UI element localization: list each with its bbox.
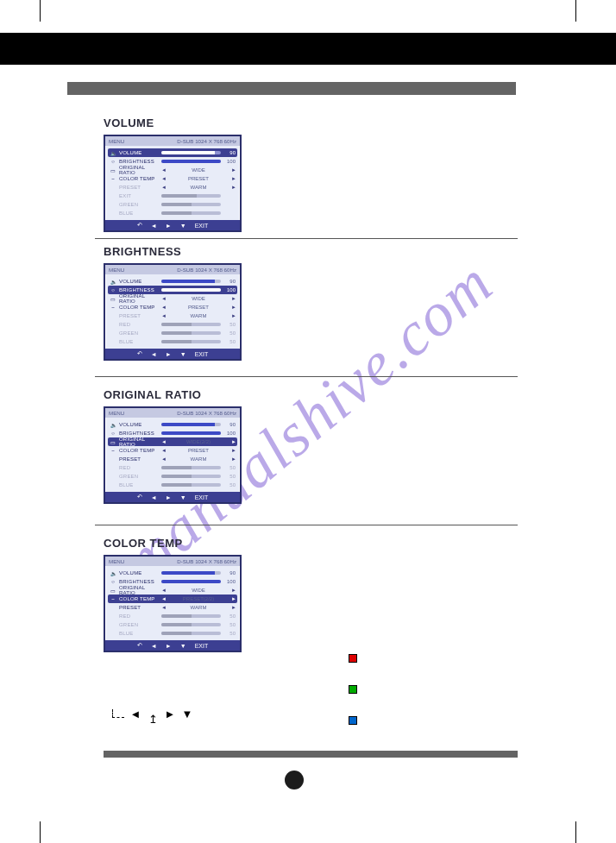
back-icon[interactable]: ↶ — [137, 642, 142, 649]
back-icon[interactable]: ↶ — [137, 494, 142, 500]
osd-footer: ↶ ◄ ► ▼ EXIT — [105, 349, 240, 359]
chevron-right-icon[interactable]: ► — [231, 448, 236, 453]
osd-item-label: VOLUME — [119, 422, 159, 427]
osd-item-label: COLOR TEMP — [119, 596, 159, 601]
osd-item-value: WIDE — [168, 167, 229, 173]
chevron-left-icon[interactable]: ◄ — [161, 439, 166, 444]
osd-item-volume[interactable]: 🔈 VOLUME 90 — [108, 148, 237, 157]
chevron-right-icon[interactable]: ► — [231, 305, 236, 310]
osd-menu-label: MENU — [109, 558, 124, 564]
down-arrow-icon: ▼ — [181, 708, 193, 720]
osd-item-label: EXIT — [119, 193, 159, 198]
exit-label[interactable]: EXIT — [195, 494, 209, 500]
osd-item-label: PRESET — [119, 605, 159, 610]
osd-item-volume[interactable]: 🔈 VOLUME 90 — [108, 277, 237, 286]
osd-mode-label: D-SUB 1024 X 768 60Hz — [177, 267, 236, 273]
osd-item-color-temp[interactable]: ~COLOR TEMP◄PRESET(2/2)► — [108, 595, 237, 603]
wave-icon: ~ — [110, 176, 116, 181]
section-title: BRIGHTNESS — [104, 245, 518, 258]
osd-menu: MENU D-SUB 1024 X 768 60Hz 🔈VOLUME90 ☼BR… — [104, 555, 242, 652]
osd-item-green: GREEN50 — [108, 620, 237, 629]
down-icon[interactable]: ▼ — [180, 494, 186, 500]
left-icon[interactable]: ◄ — [151, 494, 157, 500]
osd-item-color-temp[interactable]: ~ COLOR TEMP ◄ PRESET ► — [108, 303, 237, 311]
ratio-icon: ▭ — [110, 167, 116, 173]
chevron-left-icon[interactable]: ◄ — [161, 588, 166, 593]
divider — [95, 376, 518, 377]
exit-label[interactable]: EXIT — [195, 351, 209, 357]
divider — [95, 238, 518, 239]
osd-item-original-ratio[interactable]: ▭ ORIGINAL RATIO ◄ WIDE ► — [108, 294, 237, 303]
down-icon[interactable]: ▼ — [180, 223, 186, 229]
chevron-left-icon[interactable]: ◄ — [161, 296, 166, 301]
ratio-icon: ▭ — [110, 588, 116, 594]
chevron-right-icon[interactable]: ► — [231, 588, 236, 593]
back-icon[interactable]: ↶ — [137, 222, 142, 229]
osd-item-label: BLUE — [119, 631, 159, 636]
down-icon[interactable]: ▼ — [180, 643, 186, 649]
nav-glyphs: ◄ ↥ ► ▼ — [112, 708, 193, 720]
osd-item-value: 100 — [223, 579, 236, 584]
exit-label[interactable]: EXIT — [195, 223, 209, 229]
osd-item-original-ratio[interactable]: ▭ ORIGINAL RATIO ◄ WIDE ► — [108, 166, 237, 174]
chevron-right-icon[interactable]: ► — [231, 176, 236, 181]
down-icon[interactable]: ▼ — [180, 351, 186, 357]
osd-item-green: GREEN50 — [108, 472, 237, 481]
osd-item-label: ORIGINAL RATIO — [119, 293, 159, 304]
osd-item-value: 90 — [223, 422, 236, 427]
chevron-left-icon[interactable]: ◄ — [161, 176, 166, 181]
osd-item-label: GREEN — [119, 330, 159, 336]
osd-item-value: PRESET — [168, 176, 229, 181]
right-icon[interactable]: ► — [166, 223, 172, 229]
osd-item-label: GREEN — [119, 202, 159, 207]
osd-item-preset[interactable]: PRESET◄WARM► — [108, 455, 237, 463]
osd-item-value: 50 — [223, 482, 236, 488]
osd-item-value: 50 — [223, 622, 236, 627]
sun-icon: ☼ — [110, 287, 116, 293]
chevron-right-icon[interactable]: ► — [231, 596, 236, 601]
left-icon[interactable]: ◄ — [151, 643, 157, 649]
osd-item-label: VOLUME — [119, 150, 159, 155]
osd-mode-label: D-SUB 1024 X 768 60Hz — [177, 558, 236, 564]
speaker-icon: 🔈 — [110, 422, 116, 428]
ratio-icon: ▭ — [110, 439, 116, 445]
chevron-left-icon[interactable]: ◄ — [161, 305, 166, 310]
osd-item-label: VOLUME — [119, 279, 159, 284]
chevron-left-icon[interactable]: ◄ — [161, 596, 166, 601]
osd-item-red: RED50 — [108, 463, 237, 472]
osd-item-label: BRIGHTNESS — [119, 159, 159, 164]
osd-item-value: 50 — [223, 613, 236, 619]
osd-item-label: ORIGINAL RATIO — [119, 585, 159, 595]
osd-item-value: 100 — [223, 431, 236, 436]
osd-item-value: PRESET — [168, 448, 229, 453]
left-icon[interactable]: ◄ — [151, 223, 157, 229]
osd-item-original-ratio[interactable]: ▭ORIGINAL RATIO◄WIDE(2/2)► — [108, 437, 237, 446]
osd-item-label: BRIGHTNESS — [119, 579, 159, 584]
osd-item-label: VOLUME — [119, 570, 159, 576]
speaker-icon: 🔈 — [110, 570, 116, 576]
osd-item-volume[interactable]: 🔈VOLUME90 — [108, 420, 237, 429]
osd-item-preset[interactable]: PRESET◄WARM► — [108, 603, 237, 612]
osd-item-original-ratio[interactable]: ▭ORIGINAL RATIO◄WIDE► — [108, 586, 237, 595]
right-icon[interactable]: ► — [166, 351, 172, 357]
chevron-left-icon[interactable]: ◄ — [161, 448, 166, 453]
osd-item-color-temp[interactable]: ~ COLOR TEMP ◄ PRESET ► — [108, 174, 237, 183]
osd-item-label: PRESET — [119, 185, 159, 190]
back-icon[interactable]: ↶ — [137, 350, 142, 357]
chevron-left-icon[interactable]: ◄ — [161, 167, 166, 173]
chevron-right-icon[interactable]: ► — [231, 296, 236, 301]
chevron-right-icon[interactable]: ► — [231, 439, 236, 444]
wave-icon: ~ — [110, 305, 116, 310]
exit-label[interactable]: EXIT — [195, 643, 209, 649]
right-icon[interactable]: ► — [166, 643, 172, 649]
right-icon[interactable]: ► — [166, 494, 172, 500]
red-swatch — [349, 654, 357, 663]
crop-mark — [575, 821, 576, 843]
chevron-right-icon[interactable]: ► — [231, 167, 236, 173]
osd-menu: MENU D-SUB 1024 X 768 60Hz 🔈VOLUME90 ☼BR… — [104, 406, 242, 504]
osd-item-volume[interactable]: 🔈VOLUME90 — [108, 569, 237, 577]
left-icon[interactable]: ◄ — [151, 351, 157, 357]
osd-item-exit: EXIT — [108, 192, 237, 200]
osd-item-value: 90 — [223, 279, 236, 284]
osd-item-color-temp[interactable]: ~COLOR TEMP◄PRESET► — [108, 446, 237, 455]
